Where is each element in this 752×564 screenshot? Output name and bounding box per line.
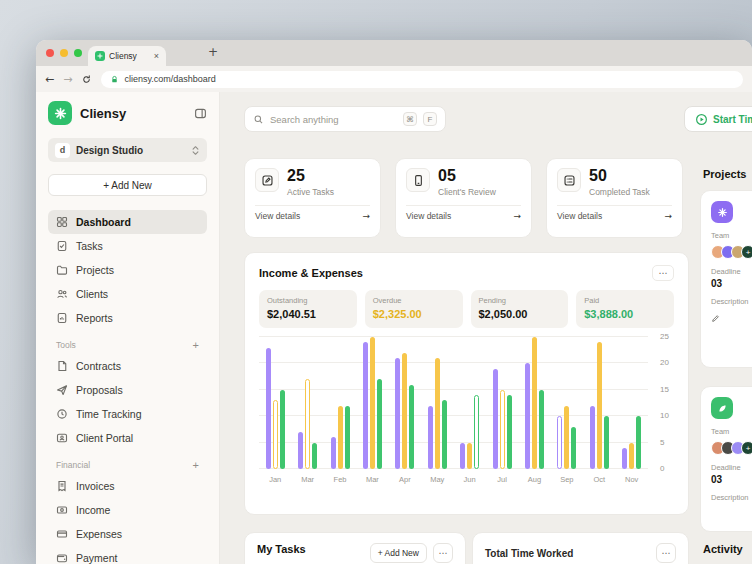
pencil-icon[interactable] (711, 314, 720, 323)
folder-icon (56, 264, 68, 276)
sidebar-item-dashboard[interactable]: Dashboard (48, 210, 207, 234)
yellow-bar (402, 353, 407, 469)
purple-bar (557, 416, 562, 469)
arrow-right-icon[interactable]: → (664, 211, 672, 221)
pen-square-icon (255, 168, 279, 192)
projects-title: Projects (703, 168, 746, 180)
project-card[interactable]: Team + Deadline 03 Description (700, 190, 752, 368)
search-input[interactable] (270, 114, 397, 125)
banknote-icon (56, 504, 68, 516)
sidebar-item-projects[interactable]: Projects (48, 258, 207, 282)
avatar-more-button[interactable]: + (741, 441, 752, 455)
section-financial: Financial + (56, 459, 199, 471)
sidebar-item-label: Dashboard (76, 216, 131, 228)
sidebar-item-label: Invoices (76, 480, 115, 492)
f-key-hint: F (423, 112, 437, 126)
x-tick-label: Feb (334, 469, 347, 491)
sidebar-item-client-portal[interactable]: Client Portal (48, 426, 207, 450)
sidebar-item-contracts[interactable]: Contracts (48, 354, 207, 378)
sidebar-item-label: Tasks (76, 240, 103, 252)
sidebar-item-invoices[interactable]: Invoices (48, 474, 207, 498)
sidebar-item-label: Expenses (76, 528, 122, 540)
edit-row (711, 314, 752, 323)
chart-group: Mar (363, 337, 382, 491)
sidebar-item-proposals[interactable]: Proposals (48, 378, 207, 402)
site-security-icon (110, 75, 119, 84)
sidebar-item-reports[interactable]: Reports (48, 306, 207, 330)
traffic-lights (46, 49, 82, 57)
reload-button[interactable] (81, 74, 92, 85)
stats-row: 25 Active Tasks View details → 05 (244, 158, 683, 238)
stat-card-active-tasks: 25 Active Tasks View details → (244, 158, 381, 238)
stat-card-clients-review: 05 Client's Review View details → (395, 158, 532, 238)
stat-value: 05 (438, 168, 496, 185)
collapse-sidebar-icon[interactable] (194, 107, 207, 120)
team-label: Team (711, 427, 752, 436)
yellow-bar (564, 406, 569, 469)
purple-bar (525, 363, 530, 469)
x-tick-label: Apr (399, 469, 411, 491)
arrow-right-icon[interactable]: → (362, 211, 370, 221)
minimize-window-button[interactable] (60, 49, 68, 57)
purple-bar (460, 443, 465, 469)
back-button[interactable]: ← (45, 73, 54, 86)
x-tick-label: Jan (269, 469, 281, 491)
tile-paid: Paid $3,888.00 (576, 290, 674, 328)
tile-label: Overdue (373, 296, 455, 305)
tab-close-icon[interactable]: × (154, 51, 159, 61)
project-icon-purple (711, 201, 733, 223)
deadline-label: Deadline (711, 463, 752, 472)
view-details-link[interactable]: View details (255, 211, 300, 221)
view-details-link[interactable]: View details (406, 211, 451, 221)
sidebar-item-payment[interactable]: Payment (48, 546, 207, 564)
x-tick-label: Jun (464, 469, 476, 491)
new-tab-button[interactable]: + (208, 45, 218, 59)
avatar-more-button[interactable]: + (741, 245, 752, 259)
sidebar-item-label: Reports (76, 312, 113, 324)
sidebar-item-label: Payment (76, 552, 117, 564)
add-task-button[interactable]: + Add New (370, 543, 427, 563)
browser-tab[interactable]: Cliensy × (88, 46, 166, 66)
chart-group: May (428, 358, 447, 491)
arrow-right-icon[interactable]: → (513, 211, 521, 221)
sidebar-item-label: Clients (76, 288, 108, 300)
sidebar-item-time-tracking[interactable]: Time Tracking (48, 402, 207, 426)
stat-card-completed-task: 50 Completed Task View details → (546, 158, 683, 238)
forward-button[interactable]: → (63, 73, 72, 86)
sidebar: Cliensy d Design Studio + Add New Dashbo… (36, 92, 220, 564)
green-bar (571, 427, 576, 469)
card-menu-button[interactable]: ⋯ (652, 265, 674, 281)
view-details-link[interactable]: View details (557, 211, 602, 221)
green-bar (636, 416, 641, 469)
y-tick-label: 0 (660, 464, 664, 473)
team-avatars: + (711, 441, 752, 455)
green-bar (409, 385, 414, 469)
my-tasks-card: My Tasks + Add New ⋯ (244, 532, 466, 564)
card-menu-button[interactable]: ⋯ (433, 543, 453, 563)
purple-bar (622, 448, 627, 469)
close-window-button[interactable] (46, 49, 54, 57)
sidebar-item-tasks[interactable]: Tasks (48, 234, 207, 258)
address-bar[interactable]: cliensy.com/dashboard (101, 71, 743, 88)
sidebar-item-expenses[interactable]: Expenses (48, 522, 207, 546)
green-bar (377, 379, 382, 469)
sidebar-item-label: Time Tracking (76, 408, 142, 420)
tile-label: Pending (479, 296, 561, 305)
search-bar[interactable]: ⌘ F (244, 106, 446, 132)
add-financial-button[interactable]: + (193, 459, 199, 471)
x-tick-label: Sep (560, 469, 573, 491)
sidebar-item-clients[interactable]: Clients (48, 282, 207, 306)
zoom-window-button[interactable] (74, 49, 82, 57)
green-bar (539, 390, 544, 469)
card-menu-button[interactable]: ⋯ (656, 543, 676, 563)
purple-bar (266, 348, 271, 469)
add-tool-button[interactable]: + (193, 339, 199, 351)
sidebar-item-label: Income (76, 504, 110, 516)
sidebar-item-income[interactable]: Income (48, 498, 207, 522)
workspace-selector[interactable]: d Design Studio (48, 138, 207, 162)
team-avatars: + (711, 245, 752, 259)
add-new-button[interactable]: + Add New (48, 174, 207, 196)
project-card[interactable]: Team + Deadline 03 Description (700, 386, 752, 532)
chart-group: Aug (525, 337, 544, 491)
section-tools: Tools + (56, 339, 199, 351)
